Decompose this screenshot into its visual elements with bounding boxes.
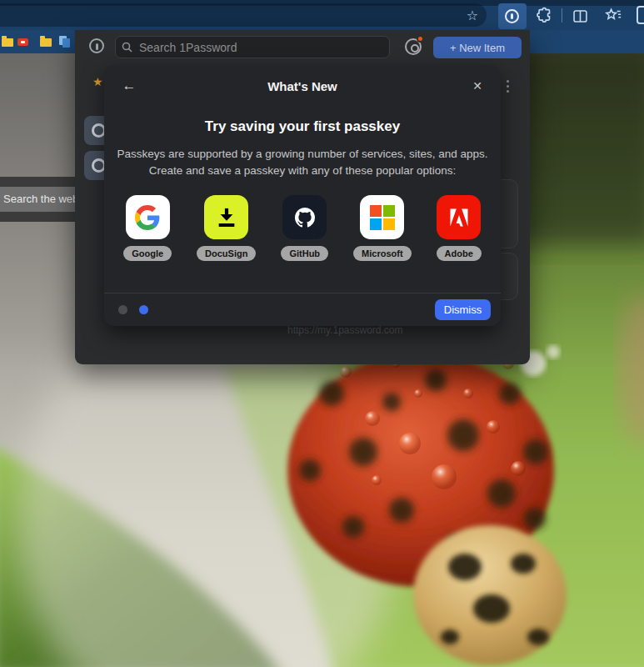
dialog-body-text: Passkeys are supported by a growing numb… [115, 146, 490, 180]
favorites-bar-star-icon[interactable] [603, 7, 622, 25]
app-tile-google[interactable]: Google [123, 195, 172, 261]
favorite-item-star-icon: ★ [92, 76, 103, 88]
dismiss-button[interactable]: Dismiss [435, 299, 491, 320]
adobe-logo-icon [437, 195, 481, 239]
split-screen-icon[interactable] [572, 8, 589, 25]
page-dot[interactable] [118, 305, 127, 314]
app-tile-microsoft[interactable]: Microsoft [353, 195, 412, 261]
new-item-button[interactable]: + New Item [433, 37, 522, 58]
app-label: Microsoft [353, 246, 412, 261]
bookmark-site-icon[interactable] [17, 38, 28, 46]
app-label: DocuSign [197, 246, 256, 261]
onepassword-toolbar-button[interactable] [498, 3, 527, 29]
onepassword-icon [505, 9, 519, 23]
popup-search-input[interactable] [115, 36, 390, 58]
app-label: GitHub [281, 246, 328, 261]
browser-toolbar: ☆ [0, 6, 644, 30]
kebab-menu-icon[interactable] [507, 80, 510, 95]
onepassword-logo-icon [89, 38, 104, 53]
whats-new-dialog: ← What's New ✕ Try saving your first pas… [104, 65, 501, 326]
item-url-text: https://my.1password.com [287, 324, 403, 336]
add-favorite-star-icon[interactable]: ☆ [463, 7, 482, 25]
app-label: Adobe [437, 246, 482, 261]
app-tile-docusign[interactable]: DocuSign [197, 195, 256, 261]
google-logo-icon [126, 195, 170, 239]
address-bar[interactable] [0, 3, 487, 27]
microsoft-logo-icon [360, 195, 404, 239]
bookmark-folder-icon[interactable] [2, 38, 13, 47]
onepassword-popup: + New Item ★ https://my.1password.com ← … [75, 30, 530, 364]
ntp-search-box[interactable]: Search the web [0, 187, 80, 212]
bookmark-pages-icon[interactable] [59, 36, 71, 48]
screen: ☆ Search the web + New I [0, 0, 644, 667]
app-tile-adobe[interactable]: Adobe [437, 195, 482, 261]
notification-dot [417, 35, 424, 43]
ntp-search-band: Search the web [0, 177, 80, 222]
app-label: Google [123, 246, 172, 261]
footer-divider [104, 293, 501, 293]
app-tile-github[interactable]: GitHub [281, 195, 328, 261]
close-icon[interactable]: ✕ [467, 76, 487, 96]
ntp-search-placeholder: Search the web [3, 193, 78, 205]
search-icon [122, 42, 132, 53]
extensions-puzzle-icon[interactable] [536, 7, 554, 25]
passkey-app-tiles: Google DocuSign [104, 195, 501, 261]
docusign-logo-icon [204, 195, 248, 239]
page-dot-active[interactable] [139, 305, 148, 314]
toolbar-divider [562, 8, 562, 23]
edge-sidebar-icon[interactable] [637, 6, 644, 24]
github-logo-icon [282, 195, 327, 239]
dialog-title: What's New [104, 79, 501, 93]
bookmark-folder-icon[interactable] [40, 38, 52, 47]
dialog-heading: Try saving your first passkey [104, 118, 501, 135]
